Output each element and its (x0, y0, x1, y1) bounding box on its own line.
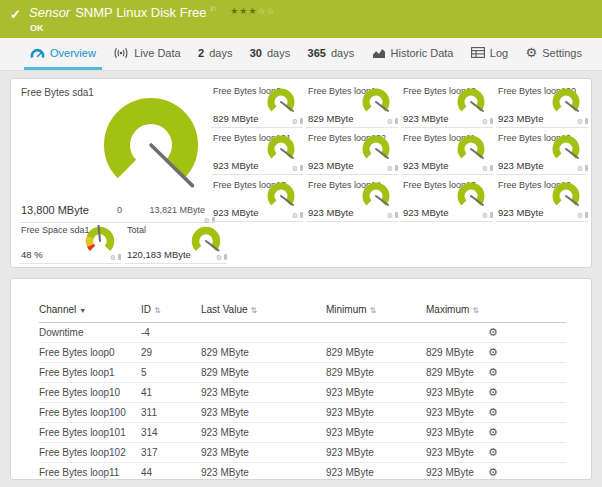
gauge-value: 829 MByte (213, 113, 258, 124)
gauge-pin-icon[interactable] (490, 212, 493, 218)
channel-settings-gear-icon[interactable]: ⚙ (488, 466, 498, 478)
gauge-cell-free-bytes-loop1[interactable]: Free Bytes loop1829 MByte⚙ (306, 83, 398, 128)
tab-settings[interactable]: ⚙Settings (520, 38, 588, 70)
star-icon[interactable]: ★ (230, 6, 239, 16)
gauge-pin-icon[interactable] (395, 118, 398, 124)
live-icon (113, 47, 129, 59)
gauge-gear-icon[interactable]: ⚙ (292, 165, 298, 172)
channel-settings-gear-icon[interactable]: ⚙ (488, 386, 498, 398)
gauge-pin-icon[interactable] (585, 212, 588, 218)
tab-2-days[interactable]: 2days (192, 38, 238, 70)
channel-table: Channel▼ID⇅Last Value⇅Minimum⇅Maximum⇅ D… (39, 301, 566, 487)
gauge-gear-icon[interactable]: ⚙ (482, 165, 488, 172)
tab-label: Live Data (134, 47, 180, 59)
cell-minimum: 923 MByte (326, 483, 426, 487)
table-header-row: Channel▼ID⇅Last Value⇅Minimum⇅Maximum⇅ (39, 301, 566, 323)
cell-channel: Free Bytes loop100 (39, 403, 141, 423)
gauge-cell-free-bytes-loop11[interactable]: Free Bytes loop11923 MByte⚙ (401, 130, 493, 175)
gauge-pin-icon[interactable] (300, 165, 303, 171)
gauge-gear-icon[interactable]: ⚙ (577, 118, 583, 125)
gauge-pin-icon[interactable] (585, 165, 588, 171)
tab-overview[interactable]: Overview (24, 38, 102, 70)
tab-30-days[interactable]: 30days (244, 38, 297, 70)
gauge-cell-free-bytes-loop0[interactable]: Free Bytes loop0829 MByte⚙ (211, 83, 303, 128)
gauge-gear-icon[interactable]: ⚙ (387, 118, 393, 125)
gauge-gear-icon[interactable]: ⚙ (292, 212, 298, 219)
gauge-gear-icon[interactable]: ⚙ (387, 212, 393, 219)
gauge-pin-icon[interactable] (118, 254, 121, 260)
cell-actions: ⚙ (488, 383, 566, 403)
gauge-gear-icon[interactable]: ⚙ (110, 254, 116, 261)
column-header-channel[interactable]: Channel▼ (39, 301, 141, 323)
cell-actions: ⚙ (488, 483, 566, 487)
gauge-pin-icon[interactable] (224, 254, 227, 260)
gauge-gear-icon[interactable]: ⚙ (387, 165, 393, 172)
channel-settings-gear-icon[interactable]: ⚙ (488, 446, 498, 458)
star-icon[interactable]: ☆ (257, 6, 266, 16)
tab-365-days[interactable]: 365days (302, 38, 361, 70)
priority-stars[interactable]: ★★★☆☆ (230, 6, 275, 16)
table-row-free-bytes-loop100: Free Bytes loop100311923 MByte923 MByte9… (39, 403, 566, 423)
column-header-maximum[interactable]: Maximum⇅ (426, 301, 488, 323)
gauge-value: 13,800 MByte (21, 204, 89, 216)
gauge-gear-icon[interactable]: ⚙ (216, 254, 222, 261)
gauge-pin-icon[interactable] (490, 118, 493, 124)
gauge-cell-free-bytes-sda1[interactable]: Free Bytes sda1 13,800 MByte 0 13,821 MB… (19, 83, 213, 223)
gauge-cell-free-bytes-loop12[interactable]: Free Bytes loop12923 MByte⚙ (496, 130, 588, 175)
gauge-pin-icon[interactable] (490, 165, 493, 171)
cell-last-value: 923 MByte (201, 483, 326, 487)
column-header-id[interactable]: ID⇅ (141, 301, 201, 323)
channel-settings-gear-icon[interactable]: ⚙ (488, 426, 498, 438)
gauge-icon-group: ⚙ (387, 118, 398, 126)
tab-number: 365 (308, 47, 326, 59)
column-header-minimum[interactable]: Minimum⇅ (326, 301, 426, 323)
tab-historic-data[interactable]: Historic Data (366, 38, 460, 70)
cell-actions: ⚙ (488, 363, 566, 383)
gauge-gear-icon[interactable]: ⚙ (292, 118, 298, 125)
cell-channel: Free Bytes loop1 (39, 363, 141, 383)
channel-settings-gear-icon[interactable]: ⚙ (488, 346, 498, 358)
gauge-cell-free-bytes-loop10[interactable]: Free Bytes loop10923 MByte⚙ (401, 83, 493, 128)
gauge-cell-free-bytes-loop102[interactable]: Free Bytes loop102923 MByte⚙ (306, 130, 398, 175)
tab-log[interactable]: Log (465, 38, 514, 70)
cell-minimum: 829 MByte (326, 343, 426, 363)
gauge-value: 923 MByte (498, 113, 543, 124)
gauge-cell-total[interactable]: Total120,183 MByte⚙ (125, 223, 227, 264)
gauge-cell-free-bytes-loop13[interactable]: Free Bytes loop13923 MByte⚙ (211, 177, 303, 222)
gauge-cell-free-bytes-loop100[interactable]: Free Bytes loop100923 MByte⚙ (496, 83, 588, 128)
cell-id: 314 (141, 423, 201, 443)
gauge-cell-free-space-sda1[interactable]: Free Space sda148 %⚙ (19, 223, 121, 264)
star-icon[interactable]: ☆ (267, 6, 276, 16)
gauge-pin-icon[interactable] (395, 212, 398, 218)
gear-icon: ⚙ (526, 46, 538, 59)
cell-channel: Downtime (39, 323, 141, 343)
cell-actions: ⚙ (488, 323, 566, 343)
cell-last-value: 923 MByte (201, 403, 326, 423)
gauge-icon-group: ⚙ (577, 165, 588, 173)
channel-settings-gear-icon[interactable]: ⚙ (488, 406, 498, 418)
cell-id: 44 (141, 463, 201, 483)
gauge-gear-icon[interactable]: ⚙ (482, 212, 488, 219)
gauge-cell-free-bytes-loop14[interactable]: Free Bytes loop14923 MByte⚙ (306, 177, 398, 222)
gauge-gear-icon[interactable]: ⚙ (577, 212, 583, 219)
gauge-icon-group: ⚙ (292, 165, 303, 173)
gauge-cell-free-bytes-loop16[interactable]: Free Bytes loop16923 MByte⚙ (496, 177, 588, 222)
gauge-cell-free-bytes-loop15[interactable]: Free Bytes loop15923 MByte⚙ (401, 177, 493, 222)
gauge-value: 923 MByte (498, 160, 543, 171)
gauge-gear-icon[interactable]: ⚙ (482, 118, 488, 125)
gauge-pin-icon[interactable] (585, 118, 588, 124)
gauge-pin-icon[interactable] (395, 165, 398, 171)
gauge-pin-icon[interactable] (300, 212, 303, 218)
channel-settings-gear-icon[interactable]: ⚙ (488, 366, 498, 378)
column-label: ID (141, 304, 151, 315)
gauge-gear-icon[interactable]: ⚙ (577, 165, 583, 172)
column-header-last-value[interactable]: Last Value⇅ (201, 301, 326, 323)
tab-bar: OverviewLive Data2days30days365daysHisto… (0, 38, 602, 71)
channel-settings-gear-icon[interactable]: ⚙ (488, 326, 498, 338)
chart-icon (372, 47, 386, 59)
column-header-actions (488, 301, 566, 323)
tab-live-data[interactable]: Live Data (107, 38, 186, 70)
table-row-free-bytes-loop0: Free Bytes loop029829 MByte829 MByte829 … (39, 343, 566, 363)
gauge-cell-free-bytes-loop101[interactable]: Free Bytes loop101923 MByte⚙ (211, 130, 303, 175)
gauge-pin-icon[interactable] (300, 118, 303, 124)
